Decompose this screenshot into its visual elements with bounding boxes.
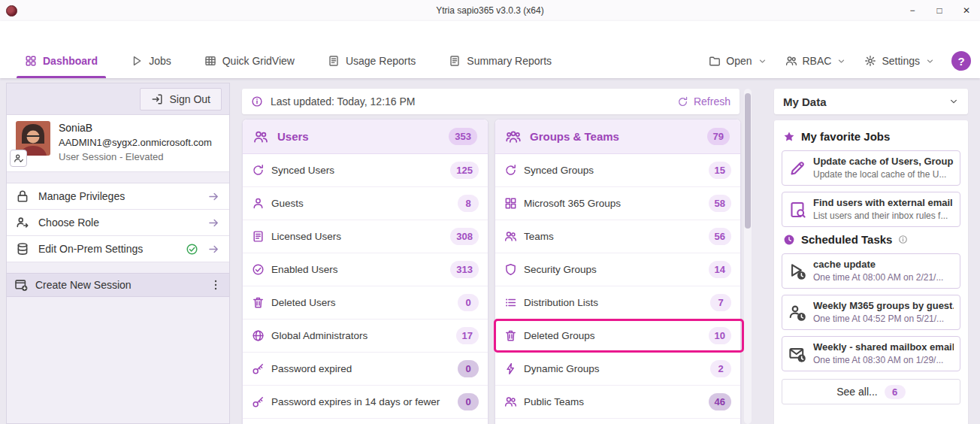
tab-jobs[interactable]: Jobs (119, 44, 183, 78)
shield-icon (504, 263, 517, 276)
people-icon (504, 395, 517, 408)
nav-actions: OpenRBACSettings ? (703, 51, 971, 71)
star-icon (783, 131, 795, 143)
item-title: cache update (813, 258, 943, 271)
refresh-button[interactable]: Refresh (677, 95, 730, 108)
arrow-right-icon (207, 217, 220, 229)
stat-value-badge: 10 (709, 327, 731, 344)
nav-action-label: Settings (882, 55, 920, 67)
stat-row-synced-groups[interactable]: Synced Groups15 (495, 154, 740, 187)
chevron-down-icon (836, 56, 846, 66)
favorite-job-item[interactable]: Find users with external email ...List u… (782, 192, 960, 227)
stat-row-deleted-users[interactable]: Deleted Users0 (243, 286, 488, 320)
refresh-icon (677, 96, 688, 108)
minimize-button[interactable]: − (899, 0, 926, 21)
stat-row-global-administrators[interactable]: Global Administrators17 (243, 320, 488, 353)
maximize-button[interactable]: □ (926, 0, 953, 21)
scheduled-task-item[interactable]: Weekly - shared mailbox email...One time… (782, 336, 960, 371)
people-icon (504, 230, 517, 243)
item-subtitle: One time At 08:00 AM on 2/21/... (813, 271, 943, 284)
scheduled-tasks-title: Scheduled Tasks (801, 233, 892, 246)
last-updated-text: Last updated: Today, 12:16 PM (271, 95, 416, 108)
stat-label: Deleted Users (271, 297, 451, 308)
stat-row-security-groups[interactable]: Security Groups14 (495, 253, 740, 286)
stat-row-microsoft-365-groups[interactable]: Microsoft 365 Groups58 (495, 187, 740, 220)
close-button[interactable]: ✕ (953, 0, 980, 21)
taskmail-icon (788, 345, 806, 363)
help-button[interactable]: ? (951, 51, 971, 71)
groups-card-header[interactable]: Groups & Teams 79 (495, 120, 740, 154)
stat-label: Teams (524, 231, 702, 242)
database-icon (16, 242, 29, 256)
sidebar-item-edit-on-prem-settings[interactable]: Edit On-Prem Settings (7, 236, 229, 262)
stat-row-teams[interactable]: Teams56 (495, 220, 740, 253)
open-menu-button[interactable]: Open (703, 51, 773, 71)
item-subtitle: List users and their inbox rules f... (813, 210, 954, 223)
stat-row-synced-users[interactable]: Synced Users125 (243, 154, 488, 187)
my-data-header[interactable]: My Data (774, 89, 968, 114)
create-new-session-button[interactable]: Create New Session (7, 273, 229, 297)
item-title: Find users with external email ... (813, 196, 954, 210)
stat-label: Guests (271, 198, 451, 209)
favorite-job-item[interactable]: Update cache of Users, Groups...Update t… (782, 150, 960, 186)
stat-row-public-teams[interactable]: Public Teams46 (495, 386, 740, 419)
tab-usage-reports[interactable]: Usage Reports (316, 44, 427, 78)
user-email: AADMIN1@sygx2.onmicrosoft.com (59, 135, 212, 150)
arrow-right-icon (207, 190, 220, 203)
stat-row-licensed-users[interactable]: Licensed Users308 (243, 220, 488, 253)
session-status-badge (10, 150, 27, 167)
main-scrollbar[interactable] (744, 89, 752, 424)
play-icon (131, 55, 143, 67)
tab-quick-gridview[interactable]: Quick GridView (193, 44, 306, 78)
kebab-menu-icon[interactable] (210, 279, 222, 291)
scheduled-tasks-header: Scheduled Tasks (783, 233, 960, 246)
dashboard-icon (25, 55, 37, 67)
scheduled-task-item[interactable]: cache updateOne time At 08:00 AM on 2/21… (782, 253, 960, 289)
stat-row-password-expires-in-14-days-or-fewer[interactable]: Password expires in 14 days or fewer0 (243, 386, 488, 419)
stat-label: Enabled Users (271, 264, 443, 275)
stat-label: Distribution Lists (524, 297, 703, 308)
see-all-button[interactable]: See all... 6 (782, 379, 960, 404)
tab-dashboard[interactable]: Dashboard (14, 44, 109, 78)
stat-row-password-expired[interactable]: Password expired0 (243, 353, 488, 386)
titlebar: Ytria sapio365 v3.0.3 (x64) − □ ✕ (0, 0, 980, 21)
info-icon (251, 95, 263, 108)
scrollbar-thumb[interactable] (745, 93, 751, 229)
sign-out-button[interactable]: Sign Out (140, 88, 222, 111)
tab-bar: DashboardJobsQuick GridViewUsage Reports… (14, 44, 573, 78)
item-title: Weekly - shared mailbox email... (813, 341, 954, 354)
stat-label: Global Administrators (271, 330, 449, 341)
favorite-jobs-title: My favorite Jobs (801, 130, 890, 143)
check-circle-icon (186, 243, 198, 256)
stat-label: Synced Groups (524, 165, 702, 176)
stat-row-deleted-groups[interactable]: Deleted Groups10 (495, 320, 740, 353)
role-icon (16, 216, 29, 229)
stat-label: Password expired (271, 363, 451, 374)
report-icon (449, 55, 461, 67)
user-text: SoniaB AADMIN1@sygx2.onmicrosoft.com Use… (59, 121, 212, 164)
window-controls: − □ ✕ (899, 0, 980, 21)
gridview-icon (204, 55, 216, 67)
stat-row-dynamic-groups[interactable]: Dynamic Groups2 (495, 353, 740, 386)
stat-value-badge: 58 (709, 195, 731, 212)
stat-row-distribution-lists[interactable]: Distribution Lists7 (495, 286, 740, 320)
sidebar-top-strip: Sign Out (7, 83, 229, 115)
key-icon (252, 362, 265, 375)
stat-row-enabled-users[interactable]: Enabled Users313 (243, 253, 488, 286)
stat-row-guests[interactable]: Guests8 (243, 187, 488, 220)
tab-label: Dashboard (43, 55, 98, 67)
arrow-right-icon (207, 243, 220, 256)
users-card-header[interactable]: Users 353 (243, 120, 488, 154)
stat-value-badge: 56 (709, 228, 731, 245)
scheduled-task-item[interactable]: Weekly M365 groups by guest...One time A… (782, 295, 960, 330)
session-menu: Manage PrivilegesChoose RoleEdit On-Prem… (7, 183, 229, 262)
rbac-menu-button[interactable]: RBAC (779, 51, 853, 71)
stat-label: Dynamic Groups (524, 363, 703, 374)
sidebar-item-manage-privileges[interactable]: Manage Privileges (7, 183, 229, 210)
tab-summary-reports[interactable]: Summary Reports (437, 44, 563, 78)
settings-menu-button[interactable]: Settings (858, 51, 941, 71)
groups-card: Groups & Teams 79 Synced Groups15Microso… (495, 119, 741, 424)
user-info-card: SoniaB AADMIN1@sygx2.onmicrosoft.com Use… (7, 115, 229, 172)
sidebar-item-choose-role[interactable]: Choose Role (7, 210, 229, 236)
taskpeople-icon (788, 304, 806, 322)
